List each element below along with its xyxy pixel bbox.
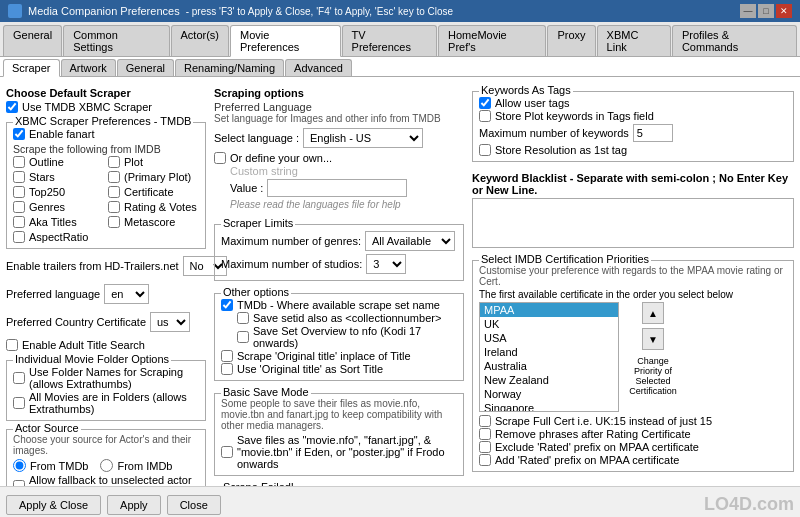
add-rated-checkbox[interactable] (479, 454, 491, 466)
listbox-item-uk[interactable]: UK (480, 317, 618, 331)
listbox-item-ireland[interactable]: Ireland (480, 345, 618, 359)
folder-names-checkbox[interactable] (13, 372, 25, 384)
max-studios-label: Maximum number of studios: (221, 258, 362, 270)
top250-checkbox[interactable] (13, 186, 25, 198)
imdb-cert-title: Select IMDB Certification Priorities (479, 253, 651, 265)
move-down-button[interactable]: ▼ (642, 328, 664, 350)
pref-country-select[interactable]: us (150, 312, 190, 332)
scrape-original-label: Scrape 'Original title' inplace of Title (237, 350, 411, 362)
subtab-renaming[interactable]: Renaming/Naming (175, 59, 284, 76)
max-keywords-input[interactable] (633, 124, 673, 142)
stars-checkbox[interactable] (13, 171, 25, 183)
tab-tv-preferences[interactable]: TV Preferences (342, 25, 437, 56)
max-keywords-label: Maximum number of keywords (479, 127, 629, 139)
use-tmdb-checkbox[interactable] (6, 101, 18, 113)
value-input[interactable] (267, 179, 407, 197)
minimize-button[interactable]: — (740, 4, 756, 18)
subtab-artwork[interactable]: Artwork (61, 59, 116, 76)
imdb-cert-subtitle: Customise your preference with regards t… (479, 265, 787, 287)
pref-lang-subtitle: Set language for Images and other info f… (214, 113, 464, 124)
save-setid-checkbox[interactable] (237, 312, 249, 324)
maximize-button[interactable]: □ (758, 4, 774, 18)
apply-close-button[interactable]: Apply & Close (6, 495, 101, 515)
tab-proxy[interactable]: Proxy (547, 25, 595, 56)
listbox-item-usa[interactable]: USA (480, 331, 618, 345)
listbox-item-singapore[interactable]: Singapore (480, 401, 618, 412)
from-imdb-radio[interactable] (100, 459, 113, 472)
basic-save-title: Basic Save Mode (221, 386, 311, 398)
imdb-cert-list-title: The first available certificate in the o… (479, 289, 787, 300)
subtab-advanced[interactable]: Advanced (285, 59, 352, 76)
title-bar-text: Media Companion Preferences (28, 5, 180, 17)
enable-fanart-checkbox[interactable] (13, 128, 25, 140)
apply-button[interactable]: Apply (107, 495, 161, 515)
subtab-general[interactable]: General (117, 59, 174, 76)
tab-movie-preferences[interactable]: Movie Preferences (230, 25, 341, 57)
move-up-button[interactable]: ▲ (642, 302, 664, 324)
metascore-checkbox[interactable] (108, 216, 120, 228)
keyword-blacklist-textarea[interactable] (472, 198, 794, 248)
add-rated-label: Add 'Rated' prefix on MPAA certificate (495, 454, 679, 466)
right-column: Keywords As Tags Allow user tags Store P… (472, 83, 794, 480)
aspectratio-checkbox[interactable] (13, 231, 25, 243)
scrape-full-cert-checkbox[interactable] (479, 415, 491, 427)
rating-votes-checkbox[interactable] (108, 201, 120, 213)
max-genres-select[interactable]: All Available 123 (365, 231, 455, 251)
tab-actors[interactable]: Actor(s) (171, 25, 230, 56)
remove-phrases-label: Remove phrases after Rating Certificate (495, 428, 691, 440)
tab-general[interactable]: General (3, 25, 62, 56)
define-own-checkbox[interactable] (214, 152, 226, 164)
save-as-checkbox[interactable] (221, 446, 233, 458)
actor-source-title: Actor Source (13, 422, 81, 434)
fallback-checkbox[interactable] (13, 480, 25, 486)
pref-lang-select[interactable]: en (104, 284, 149, 304)
lang-select[interactable]: English - US English - GB French German … (303, 128, 423, 148)
scraping-options-section: Scraping options Preferred Language Set … (214, 83, 464, 212)
from-imdb-label: From IMDb (117, 460, 172, 472)
max-studios-select[interactable]: 123 (366, 254, 406, 274)
all-movies-checkbox[interactable] (13, 397, 25, 409)
from-tmdb-radio[interactable] (13, 459, 26, 472)
subtab-scraper[interactable]: Scraper (3, 59, 60, 77)
tab-common-settings[interactable]: Common Settings (63, 25, 169, 56)
close-button-bottom[interactable]: Close (167, 495, 221, 515)
close-button[interactable]: ✕ (776, 4, 792, 18)
use-original-checkbox[interactable] (221, 363, 233, 375)
scrape-original-checkbox[interactable] (221, 350, 233, 362)
certificate-checkbox[interactable] (108, 186, 120, 198)
tab-homemovie[interactable]: HomeMovie Pref's (438, 25, 546, 56)
use-tmdb-label: Use TMDB XBMC Scraper (22, 101, 152, 113)
tab-profiles[interactable]: Profiles & Commands (672, 25, 797, 56)
listbox-item-new-zealand[interactable]: New Zealand (480, 373, 618, 387)
max-genres-label: Maximum number of genres: (221, 235, 361, 247)
imdb-cert-listbox[interactable]: MPAA UK USA Ireland Australia New Zealan… (479, 302, 619, 412)
outline-checkbox[interactable] (13, 156, 25, 168)
store-resolution-checkbox[interactable] (479, 144, 491, 156)
plot-checkbox[interactable] (108, 156, 120, 168)
adult-search-checkbox[interactable] (6, 339, 18, 351)
tab-xbmc-link[interactable]: XBMC Link (597, 25, 671, 56)
imdb-cert-group: Select IMDB Certification Priorities Cus… (472, 260, 794, 472)
store-plot-label: Store Plot keywords in Tags field (495, 110, 654, 122)
folder-names-label: Use Folder Names for Scraping (allows Ex… (29, 366, 199, 390)
listbox-item-mpaa[interactable]: MPAA (480, 303, 618, 317)
pref-lang-label: Preferred language (6, 288, 100, 300)
exclude-rated-checkbox[interactable] (479, 441, 491, 453)
imdb-checks: Outline Plot Stars (Primary Plot) Top250… (13, 155, 199, 244)
genres-checkbox[interactable] (13, 201, 25, 213)
save-overview-checkbox[interactable] (237, 331, 249, 343)
store-plot-checkbox[interactable] (479, 110, 491, 122)
remove-phrases-checkbox[interactable] (479, 428, 491, 440)
fallback-label: Allow fallback to unselected actor sourc… (29, 474, 199, 486)
basic-save-subtitle: Some people to save their files as movie… (221, 398, 457, 431)
listbox-item-australia[interactable]: Australia (480, 359, 618, 373)
primary-plot-checkbox[interactable] (108, 171, 120, 183)
aka-titles-checkbox[interactable] (13, 216, 25, 228)
allow-user-tags-checkbox[interactable] (479, 97, 491, 109)
custom-string-label: Custom string (230, 165, 464, 177)
pref-lang-title: Preferred Language (214, 101, 464, 113)
tmdb-set-checkbox[interactable] (221, 299, 233, 311)
sub-tabs: Scraper Artwork General Renaming/Naming … (0, 57, 800, 77)
listbox-item-norway[interactable]: Norway (480, 387, 618, 401)
or-define-label: Or define your own... (230, 152, 332, 164)
